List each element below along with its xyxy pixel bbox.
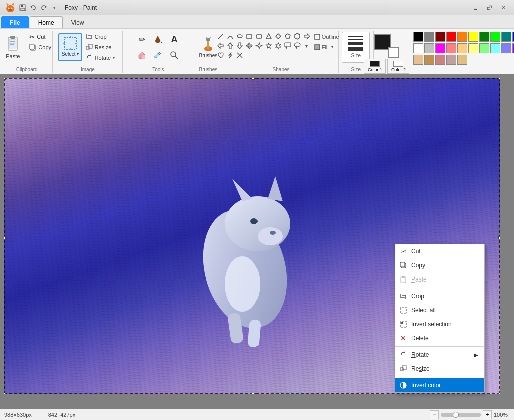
sel-handle-ml[interactable] [4,236,6,239]
app-icon-wrap [4,2,16,14]
maximize-button[interactable]: 🗗 [483,3,496,13]
ctx-select-all[interactable]: Select all [395,303,484,317]
palette-color-gold[interactable] [457,55,467,65]
shape-callout-rect[interactable] [283,41,292,50]
zoom-thumb[interactable] [453,412,459,418]
minimize-button[interactable]: 🗕 [469,3,482,13]
cut-button[interactable]: ✂ Cut [27,32,54,42]
close-button[interactable]: ✕ [497,3,510,13]
palette-color-black[interactable] [413,32,423,42]
ctx-invert-color[interactable]: Invert color [395,378,484,392]
tab-file[interactable]: File [1,16,29,28]
ctx-resize[interactable]: Resize [395,362,484,376]
palette-color-mauve[interactable] [446,55,456,65]
shape-pentagon[interactable] [283,32,292,41]
magnify-button[interactable] [167,48,182,63]
palette-color-teal[interactable] [501,32,511,42]
sel-handle-tr[interactable] [498,78,500,80]
sel-handle-bc[interactable] [252,393,255,394]
zoom-slider[interactable] [441,413,481,417]
sel-handle-tl[interactable] [4,78,6,80]
color2-button[interactable]: Color 2 [387,59,409,74]
ctx-delete[interactable]: ✕ Delete [395,331,484,345]
zoom-out-button[interactable]: − [430,410,439,419]
window-title: Foxy - Paint [65,4,469,11]
shapes-more[interactable]: ▾ [302,41,311,50]
sel-handle-tc[interactable] [252,78,255,80]
save-button[interactable] [18,3,27,12]
title-controls: 🗕 🗗 ✕ [469,3,510,13]
ctx-invert-selection[interactable]: Invert selection [395,317,484,331]
shape-lightning[interactable] [226,51,235,60]
ctx-copy[interactable]: Copy [395,258,484,272]
palette-color-cyan[interactable] [490,43,500,53]
palette-color-magenta[interactable] [435,43,445,53]
copy-button[interactable]: Copy [27,42,54,52]
shape-arrow-down[interactable] [235,41,244,50]
sel-handle-mr[interactable] [498,236,500,239]
shape-rect[interactable] [245,32,254,41]
palette-color-yellow[interactable] [468,32,478,42]
text-button[interactable]: A [167,32,182,47]
palette-color-lightgreen[interactable] [479,43,489,53]
image-label: Image [56,66,119,72]
tab-view[interactable]: View [63,16,93,28]
sel-handle-br[interactable] [498,393,500,394]
shape-line[interactable] [216,32,225,41]
shape-x[interactable] [235,51,244,60]
color2-swatch[interactable] [388,47,399,58]
eraser-button[interactable] [135,48,150,63]
palette-color-white[interactable] [413,43,423,53]
shape-hexagon[interactable] [293,32,302,41]
select-button[interactable]: Select ▾ [58,33,82,61]
palette-color-brown[interactable] [424,55,434,65]
shape-curve[interactable] [226,32,235,41]
shape-star4[interactable] [254,41,264,50]
fill-button[interactable] [151,32,166,47]
palette-color-orange[interactable] [457,32,467,42]
undo-button[interactable] [29,3,38,12]
svg-marker-52 [246,43,252,49]
sel-handle-bl[interactable] [4,393,6,394]
palette-color-maroon[interactable] [435,32,445,42]
ctx-cut[interactable]: ✂ Cut [395,244,484,258]
palette-color-silver[interactable] [424,43,434,53]
resize-button[interactable]: Resize [83,42,117,52]
colorpicker-button[interactable] [151,48,166,63]
shape-4arrow[interactable] [245,41,254,50]
color1-button[interactable]: Color 1 [364,59,386,74]
palette-color-lightyellow[interactable] [468,43,478,53]
shape-diamond[interactable] [274,32,283,41]
ctx-rotate[interactable]: Rotate ▶ [395,348,484,362]
palette-color-red[interactable] [446,32,456,42]
shape-triangle[interactable] [264,32,273,41]
shape-arrow-up[interactable] [226,41,235,50]
shape-roundrect[interactable] [254,32,264,41]
redo-button[interactable] [39,3,48,12]
palette-color-green[interactable] [490,32,500,42]
pencil-button[interactable]: ✏ [135,32,150,47]
shape-star6[interactable] [274,41,283,50]
palette-color-peach[interactable] [457,43,467,53]
ctx-crop[interactable]: Crop [395,289,484,303]
shape-callout-oval[interactable] [293,41,302,50]
rotate-button[interactable]: Rotate ▾ [83,53,117,63]
shape-oval[interactable] [235,32,244,41]
crop-button[interactable]: Crop [83,32,117,42]
main-area[interactable]: ✂ Cut Copy Paste [0,74,514,409]
shape-arrow-left[interactable] [216,41,225,50]
zoom-in-button[interactable]: + [483,410,492,419]
palette-color-lightblue[interactable] [501,43,511,53]
shape-arrow-right[interactable] [302,32,311,41]
palette-color-dustyrose[interactable] [435,55,445,65]
qa-dropdown-button[interactable]: ▾ [50,3,59,12]
palette-color-pink[interactable] [446,43,456,53]
tab-home[interactable]: Home [30,16,63,28]
shape-heart[interactable] [216,51,225,60]
palette-color-darkgreen[interactable] [479,32,489,42]
paste-button[interactable]: Paste [0,32,26,63]
palette-color-gray[interactable] [424,32,434,42]
rotate-icon [86,54,93,61]
palette-color-tan[interactable] [413,55,423,65]
shape-star5[interactable] [264,41,273,50]
